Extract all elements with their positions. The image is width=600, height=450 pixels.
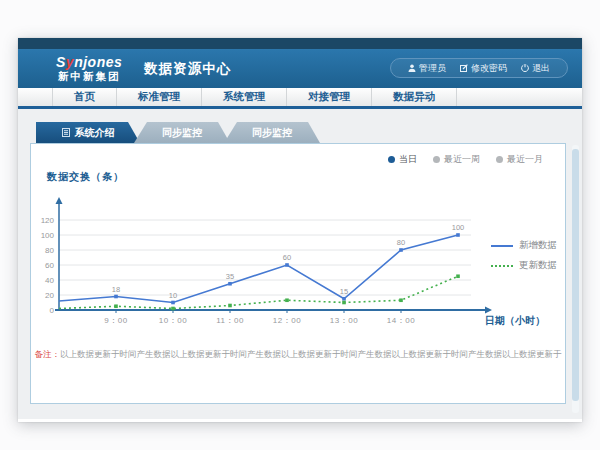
svg-text:12：00: 12：00	[273, 316, 301, 325]
tab-system-intro[interactable]: 系统介绍	[36, 122, 140, 143]
tab-sync-monitor-1[interactable]: 同步监控	[134, 122, 230, 143]
svg-text:80: 80	[397, 238, 405, 247]
footnote-text: 以上数据更新于时间产生数据以上数据更新于时间产生数据以上数据更新于时间产生数据以…	[60, 349, 562, 359]
legend-item-updated-data[interactable]: 更新数据	[491, 259, 557, 272]
nav-item-interface[interactable]: 对接管理	[287, 88, 372, 106]
chart-legend: 新增数据 更新数据	[491, 232, 557, 279]
legend-updated-data-label: 更新数据	[519, 259, 557, 272]
tab-sync-monitor-2-label: 同步监控	[252, 126, 292, 140]
change-password-button[interactable]: 修改密码	[460, 62, 507, 75]
radio-last-month-label: 最近一月	[507, 153, 543, 166]
nav-item-system[interactable]: 系统管理	[202, 88, 287, 106]
logout-icon	[521, 64, 529, 72]
svg-text:14：00: 14：00	[387, 316, 415, 325]
logout-label: 退出	[532, 62, 550, 75]
tab-sync-monitor-2[interactable]: 同步监控	[224, 122, 320, 143]
svg-text:20: 20	[45, 291, 54, 300]
svg-text:80: 80	[45, 246, 54, 255]
svg-text:15: 15	[340, 287, 348, 296]
line-chart: 0204060801001209：0010：0011：0012：0013：001…	[33, 186, 553, 356]
page-title: 数据资源中心	[144, 60, 231, 78]
svg-text:60: 60	[45, 261, 54, 270]
tab-bar: 系统介绍 同步监控 同步监控	[36, 122, 566, 143]
user-icon	[408, 64, 416, 72]
radio-today[interactable]: 当日	[388, 153, 417, 166]
radio-last-month[interactable]: 最近一月	[496, 153, 543, 166]
tab-system-intro-label: 系统介绍	[75, 126, 115, 140]
window-top-strip	[18, 38, 582, 49]
document-icon	[62, 128, 70, 137]
svg-text:120: 120	[41, 216, 55, 225]
main-nav: 首页 标准管理 系统管理 对接管理 数据异动	[18, 88, 582, 109]
nav-item-changes[interactable]: 数据异动	[372, 88, 457, 106]
radio-today-label: 当日	[399, 153, 417, 166]
chart-panel: 当日 最近一周 最近一月 数据交换（条） 0204060801001209：00…	[30, 143, 566, 404]
svg-text:35: 35	[226, 272, 234, 281]
svg-text:11：00: 11：00	[216, 316, 244, 325]
logo-text-en: Synjones	[56, 55, 122, 69]
legend-new-data-label: 新增数据	[519, 239, 557, 252]
radio-last-week[interactable]: 最近一周	[433, 153, 480, 166]
user-menu-admin-label: 管理员	[419, 62, 446, 75]
svg-text:60: 60	[283, 253, 291, 262]
svg-text:40: 40	[45, 276, 54, 285]
svg-text:10: 10	[169, 291, 177, 300]
edit-icon	[460, 64, 468, 72]
svg-text:18: 18	[112, 285, 120, 294]
user-toolbar: 管理员 修改密码 退出	[390, 58, 568, 78]
radio-dot-icon	[496, 156, 503, 163]
svg-text:13：00: 13：00	[330, 316, 358, 325]
y-axis-title: 数据交换（条）	[47, 170, 124, 184]
svg-text:100: 100	[41, 231, 55, 240]
app-header: Synjones 新中新集团 数据资源中心 管理员 修改密码 退出	[18, 49, 582, 88]
company-logo: Synjones 新中新集团	[56, 55, 122, 82]
legend-item-new-data[interactable]: 新增数据	[491, 239, 557, 252]
dotted-line-icon	[491, 265, 513, 267]
svg-text:9：00: 9：00	[104, 316, 127, 325]
svg-text:100: 100	[452, 223, 465, 232]
content-area: 系统介绍 同步监控 同步监控 当日 最近一周	[18, 109, 582, 419]
svg-text:日期（小时）: 日期（小时）	[485, 315, 545, 326]
svg-text:0: 0	[50, 306, 55, 315]
app-window: Synjones 新中新集团 数据资源中心 管理员 修改密码 退出 首页 标准管…	[18, 38, 582, 422]
footnote-label: 备注：	[35, 349, 61, 359]
radio-dot-icon	[433, 156, 440, 163]
vertical-scrollbar[interactable]	[572, 145, 579, 413]
chart-container: 0204060801001209：0010：0011：0012：0013：001…	[33, 186, 553, 360]
radio-dot-icon	[388, 156, 395, 163]
nav-item-standards[interactable]: 标准管理	[117, 88, 202, 106]
scrollbar-thumb[interactable]	[572, 149, 579, 401]
footnote: 备注：以上数据更新于时间产生数据以上数据更新于时间产生数据以上数据更新于时间产生…	[31, 349, 565, 361]
tab-sync-monitor-1-label: 同步监控	[162, 126, 202, 140]
logo-text-cn: 新中新集团	[56, 71, 122, 82]
time-range-filter: 当日 最近一周 最近一月	[372, 153, 543, 166]
solid-line-icon	[491, 245, 513, 247]
user-menu-admin[interactable]: 管理员	[408, 62, 446, 75]
nav-item-home[interactable]: 首页	[52, 88, 117, 106]
svg-text:10：00: 10：00	[159, 316, 187, 325]
logout-button[interactable]: 退出	[521, 62, 550, 75]
radio-last-week-label: 最近一周	[444, 153, 480, 166]
change-password-label: 修改密码	[471, 62, 507, 75]
